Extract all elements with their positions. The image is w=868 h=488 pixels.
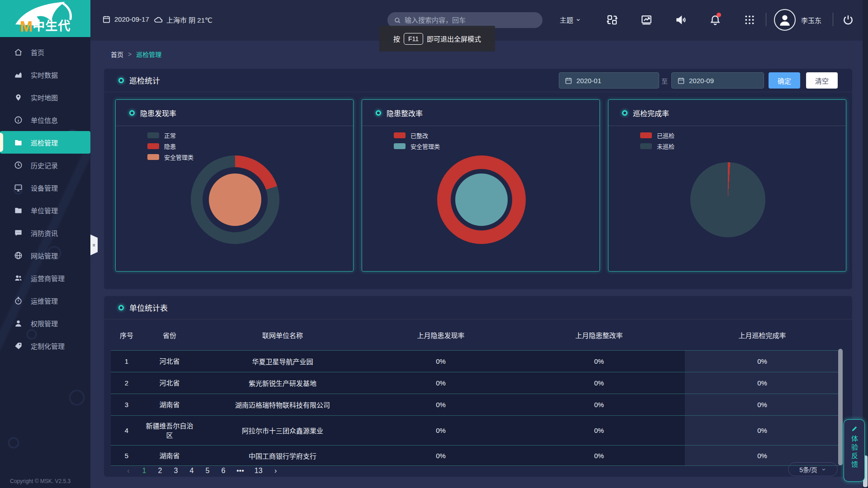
chart-card-header: 隐患发现率 bbox=[116, 100, 353, 126]
theme-label: 主题 bbox=[560, 15, 573, 24]
sidebar-item-label: 权限管理 bbox=[31, 319, 58, 328]
pagination-next[interactable]: › bbox=[273, 467, 278, 475]
sidebar-item-customization-mgmt[interactable]: 定制化管理 bbox=[0, 334, 90, 357]
page-size-value: 5条/页 bbox=[799, 465, 817, 474]
table-cell: 0% bbox=[368, 427, 513, 434]
sidebar-collapse-handle[interactable]: ≡ bbox=[90, 235, 98, 255]
table-row[interactable]: 2河北省紫光新锐生产研发基地0%0%0% bbox=[111, 372, 840, 394]
pagination-page-2[interactable]: 2 bbox=[157, 467, 163, 475]
title-ring-icon bbox=[118, 78, 124, 83]
pagination-page-13[interactable]: 13 bbox=[255, 467, 263, 475]
breadcrumb-current[interactable]: 巡检管理 bbox=[136, 50, 161, 59]
sidebar-item-label: 消防资讯 bbox=[31, 228, 58, 238]
copyright-text: Copyright © MSK. V2.5.3 bbox=[10, 478, 71, 484]
notification-dot bbox=[717, 13, 721, 17]
table-cell: 0% bbox=[368, 452, 513, 460]
feedback-button[interactable]: 体验反馈 bbox=[844, 419, 865, 482]
cloud-icon bbox=[154, 15, 163, 24]
bell-icon[interactable] bbox=[709, 14, 722, 26]
tooltip-prefix: 按 bbox=[393, 34, 400, 43]
sidebar-item-operator-mgmt[interactable]: 运营商管理 bbox=[0, 267, 90, 289]
search-input[interactable] bbox=[405, 16, 527, 24]
sidebar-item-website-mgmt[interactable]: 网站管理 bbox=[0, 244, 90, 267]
pagination-page-3[interactable]: 3 bbox=[173, 467, 179, 475]
sidebar: M中生代 首页实时数据实时地图单位信息巡检管理历史记录设备管理单位管理消防资讯网… bbox=[0, 0, 90, 488]
pagination-prev[interactable]: ‹ bbox=[126, 467, 131, 475]
info-icon bbox=[14, 115, 23, 124]
avatar[interactable] bbox=[774, 9, 796, 31]
table-cell: 0% bbox=[513, 379, 685, 387]
table-cell: 河北省 bbox=[159, 357, 179, 366]
sidebar-item-fire-news[interactable]: 消防资讯 bbox=[0, 221, 90, 244]
sidebar-item-label: 运营商管理 bbox=[31, 273, 65, 283]
sidebar-item-history[interactable]: 历史记录 bbox=[0, 154, 90, 176]
breadcrumb-home[interactable]: 首页 bbox=[111, 50, 123, 59]
pie-chart[interactable] bbox=[116, 126, 354, 272]
table-cell: 河北省 bbox=[159, 378, 179, 388]
pagination-page-1[interactable]: 1 bbox=[142, 467, 147, 475]
table-scrollbar-thumb[interactable] bbox=[838, 349, 843, 465]
page-scrollbar-track[interactable] bbox=[863, 0, 868, 488]
swap-icon[interactable] bbox=[606, 14, 618, 26]
confirm-button[interactable]: 确定 bbox=[769, 72, 800, 89]
table-row[interactable]: 3湖南省湖南迈格瑞特物联科技有限公司0%0%0% bbox=[111, 394, 840, 415]
pagination: ‹123456•••13› bbox=[126, 464, 278, 478]
table-row[interactable]: 1河北省华夏卫星导航产业园0%0%0% bbox=[111, 350, 840, 372]
table-cell: 华夏卫星导航产业园 bbox=[197, 357, 368, 366]
pagination-page-4[interactable]: 4 bbox=[189, 467, 194, 475]
table-cell: 紫光新锐生产研发基地 bbox=[197, 378, 368, 388]
stats-panel-title: 巡检统计 bbox=[129, 75, 160, 86]
sidebar-item-device-mgmt[interactable]: 设备管理 bbox=[0, 176, 90, 199]
sidebar-item-realtime-map[interactable]: 实时地图 bbox=[0, 86, 90, 108]
pie-chart[interactable] bbox=[609, 126, 847, 272]
sidebar-item-unit-mgmt[interactable]: 单位管理 bbox=[0, 199, 90, 221]
apps-grid-icon[interactable] bbox=[743, 14, 756, 26]
sidebar-item-unit-info[interactable]: 单位信息 bbox=[0, 108, 90, 131]
sidebar-item-realtime-data[interactable]: 实时数据 bbox=[0, 63, 90, 86]
message-icon bbox=[14, 228, 23, 237]
weather-text: 上海市 阴 21℃ bbox=[166, 15, 212, 24]
pagination-page-6[interactable]: 6 bbox=[221, 467, 226, 475]
sidebar-item-label: 单位信息 bbox=[31, 115, 58, 125]
topbar-divider-2 bbox=[833, 13, 833, 26]
table-cell: 新疆维吾尔自治区 bbox=[146, 421, 193, 440]
table-cell: 0% bbox=[685, 372, 840, 394]
sidebar-item-inspection-mgmt[interactable]: 巡检管理 bbox=[0, 131, 90, 154]
date-to-input[interactable]: 2020-09 bbox=[671, 72, 764, 89]
folder-icon bbox=[14, 138, 23, 147]
table-cell: 1 bbox=[111, 357, 142, 365]
calendar-icon bbox=[102, 15, 111, 23]
pagination-page-5[interactable]: 5 bbox=[205, 467, 210, 475]
title-ring-icon bbox=[129, 110, 135, 116]
logo-name: 中生代 bbox=[33, 19, 71, 33]
date-from-input[interactable]: 2020-01 bbox=[559, 72, 659, 89]
chart-pie-circle bbox=[690, 162, 765, 237]
table-cell: 5 bbox=[111, 452, 142, 460]
power-icon[interactable] bbox=[842, 14, 854, 26]
username[interactable]: 李玉东 bbox=[801, 15, 821, 25]
table-cell: 湖南迈格瑞特物联科技有限公司 bbox=[197, 400, 368, 409]
sidebar-item-label: 网站管理 bbox=[31, 251, 58, 260]
sidebar-item-ops-mgmt[interactable]: 运维管理 bbox=[0, 289, 90, 312]
stats-panel-header: 巡检统计 2020-01 至 2020-09 确定 清空 bbox=[104, 69, 852, 92]
theme-selector[interactable]: 主题 bbox=[560, 15, 581, 24]
app-logo[interactable]: M中生代 bbox=[0, 0, 90, 37]
sidebar-item-home[interactable]: 首页 bbox=[0, 41, 90, 63]
date-to-value: 2020-09 bbox=[689, 77, 714, 84]
clear-button[interactable]: 清空 bbox=[806, 72, 838, 89]
table-row[interactable]: 5湖南省中国工商银行学府支行0%0%0% bbox=[111, 445, 840, 466]
trend-chart-icon[interactable] bbox=[640, 14, 653, 26]
table-panel-header: 单位统计表 bbox=[104, 296, 852, 319]
page-size-select[interactable]: 5条/页 bbox=[788, 462, 838, 476]
table-row[interactable]: 4新疆维吾尔自治区阿拉尔市十三团众鑫源果业0%0%0% bbox=[111, 415, 840, 445]
pie-chart[interactable] bbox=[362, 126, 600, 272]
pagination-page-•••[interactable]: ••• bbox=[236, 467, 244, 475]
table-header-cell: 上月隐患发现率 bbox=[368, 330, 513, 340]
user-icon bbox=[14, 319, 23, 328]
breadcrumb-separator: > bbox=[128, 51, 132, 58]
logo-m: M bbox=[20, 18, 33, 35]
sidebar-item-permission-mgmt[interactable]: 权限管理 bbox=[0, 312, 90, 334]
sidebar-item-label: 首页 bbox=[31, 47, 44, 57]
speaker-icon[interactable] bbox=[675, 14, 687, 26]
hazard-discovery-rate-card: 隐患发现率 正常隐患安全管理类 bbox=[115, 99, 354, 272]
